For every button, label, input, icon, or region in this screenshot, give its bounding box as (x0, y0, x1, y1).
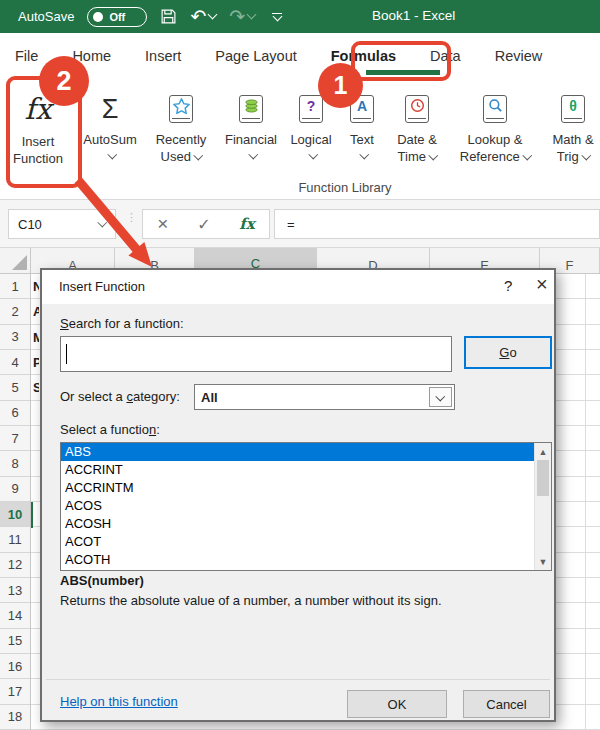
chevron-down-icon (359, 149, 368, 158)
undo-button[interactable]: ↶ (190, 7, 216, 26)
annotation-badge-1: 1 (318, 63, 363, 108)
row-header-16[interactable]: 16 (0, 654, 30, 679)
chevron-down-icon (107, 149, 116, 158)
cancel-button[interactable]: Cancel (463, 690, 550, 718)
function-list-item-accrint[interactable]: ACCRINT (61, 461, 534, 479)
book-star-icon (169, 86, 193, 132)
formula-bar-divider: ⋮ (126, 214, 137, 220)
function-list-item-accrintm[interactable]: ACCRINTM (61, 479, 534, 497)
ribbon-button-date-time[interactable]: Date &Time (386, 82, 448, 167)
scroll-up-icon[interactable]: ▲ (535, 444, 551, 459)
ribbon-button-lookup-reference[interactable]: Lookup &Reference (450, 82, 540, 167)
customize-quick-access-icon[interactable] (272, 13, 282, 20)
function-signature: ABS(number) (60, 573, 144, 588)
row-header-15[interactable]: 15 (0, 629, 30, 654)
selection-border-peek (31, 502, 33, 528)
scrollbar[interactable]: ▲ ▼ (534, 443, 551, 570)
dialog-title-bar[interactable]: Insert Function ? × (42, 270, 554, 304)
function-list-item-acot[interactable]: ACOT (61, 533, 534, 551)
ribbon-button-recently-used[interactable]: RecentlyUsed (144, 82, 218, 167)
row-header-11[interactable]: 11 (0, 527, 30, 552)
row-header-10[interactable]: 10 (0, 502, 30, 527)
function-list-item-acoth[interactable]: ACOTH (61, 551, 534, 569)
row-header-6[interactable]: 6 (0, 401, 30, 426)
chevron-down-icon (208, 10, 218, 20)
tab-review[interactable]: Review (495, 33, 543, 82)
autosave-label: AutoSave (18, 9, 74, 24)
row-header-5[interactable]: 5 (0, 375, 30, 400)
row-header-17[interactable]: 17 (0, 679, 30, 704)
corner-triangle-icon (12, 255, 27, 270)
cell-text-peek: A (33, 299, 39, 324)
row-header-12[interactable]: 12 (0, 553, 30, 578)
category-label: Or select a category: (60, 389, 180, 404)
dropdown-button[interactable] (429, 387, 452, 407)
scroll-down-icon[interactable]: ▼ (535, 554, 551, 569)
cell-text-peek: S (33, 375, 39, 400)
chevron-down-icon (429, 151, 438, 160)
function-list: ABSACCRINTACCRINTMACOSACOSHACOTACOTH (61, 443, 534, 570)
row-header-2[interactable]: 2 (0, 299, 30, 324)
formula-bar-row: C10 ⋮ × ✓ fx = (0, 200, 600, 248)
category-value: All (201, 390, 218, 405)
row-header-1[interactable]: 1 (0, 274, 30, 299)
row-header-7[interactable]: 7 (0, 426, 30, 451)
title-bar: AutoSave Off ↶ ↷ (0, 0, 600, 33)
annotation-box-formulas-tab (351, 41, 451, 81)
book-clock-icon (405, 86, 429, 132)
row-header-4[interactable]: 4 (0, 350, 30, 375)
tab-page-layout[interactable]: Page Layout (215, 33, 296, 82)
category-dropdown[interactable]: All (194, 384, 455, 410)
formula-input[interactable]: = (274, 209, 600, 239)
chevron-down-icon (308, 149, 317, 158)
text-caret (66, 344, 67, 364)
chevron-down-icon (194, 151, 203, 160)
row-header-14[interactable]: 14 (0, 603, 30, 628)
chevron-down-icon[interactable] (97, 218, 106, 227)
book-theta-icon: θ (561, 86, 585, 132)
cell-text-peek: P (33, 350, 39, 375)
function-list-item-acos[interactable]: ACOS (61, 497, 534, 515)
row-header-8[interactable]: 8 (0, 451, 30, 476)
cell-text-peek: M (33, 325, 39, 350)
chevron-down-icon (581, 151, 590, 160)
select-all-corner[interactable] (0, 248, 31, 274)
ribbon-button-financial[interactable]: Financial (220, 82, 282, 167)
formula-cancel-button[interactable]: × (157, 213, 168, 235)
formula-enter-button[interactable]: ✓ (197, 215, 210, 234)
insert-function-fx-button[interactable]: fx (239, 215, 254, 233)
group-label-function-library: Function Library (298, 180, 391, 195)
ribbon-button-autosum[interactable]: ΣAutoSum (78, 82, 142, 167)
redo-button[interactable]: ↷ (229, 7, 255, 26)
scrollbar-thumb[interactable] (537, 460, 549, 496)
save-icon[interactable] (160, 8, 177, 25)
document-title: Book1 - Excel (372, 8, 455, 23)
name-box[interactable]: C10 (8, 209, 116, 239)
tab-insert[interactable]: Insert (145, 33, 181, 82)
chevron-down-icon (248, 149, 257, 158)
dialog-help-icon[interactable]: ? (504, 277, 512, 294)
function-list-item-abs[interactable]: ABS (61, 443, 534, 461)
chevron-down-icon (436, 391, 445, 400)
ok-button[interactable]: OK (347, 690, 447, 718)
search-input[interactable] (60, 336, 452, 372)
gridline (585, 274, 586, 730)
row-header-3[interactable]: 3 (0, 325, 30, 350)
close-icon[interactable]: × (536, 273, 548, 296)
tab-file[interactable]: File (15, 33, 38, 82)
autosave-toggle[interactable]: Off (87, 7, 147, 27)
function-description: Returns the absolute value of a number, … (60, 593, 442, 608)
insert-function-dialog: Insert Function ? × Search for a functio… (40, 268, 556, 722)
excel-window: AutoSave Off ↶ ↷ Book1 - Excel FileHomeI… (0, 0, 600, 730)
search-label: Search for a function: (60, 316, 184, 331)
go-button[interactable]: Go (464, 336, 552, 369)
row-header-9[interactable]: 9 (0, 477, 30, 502)
dialog-separator (46, 679, 550, 680)
function-list-item-acosh[interactable]: ACOSH (61, 515, 534, 533)
help-link[interactable]: Help on this function (60, 694, 178, 709)
row-header-13[interactable]: 13 (0, 578, 30, 603)
row-headers: 123456789101112131415161718 (0, 274, 31, 730)
ribbon-button-math-trig[interactable]: θMath &Trig (542, 82, 600, 167)
function-listbox[interactable]: ABSACCRINTACCRINTMACOSACOSHACOTACOTH ▲ ▼ (60, 442, 552, 571)
row-header-18[interactable]: 18 (0, 705, 30, 730)
